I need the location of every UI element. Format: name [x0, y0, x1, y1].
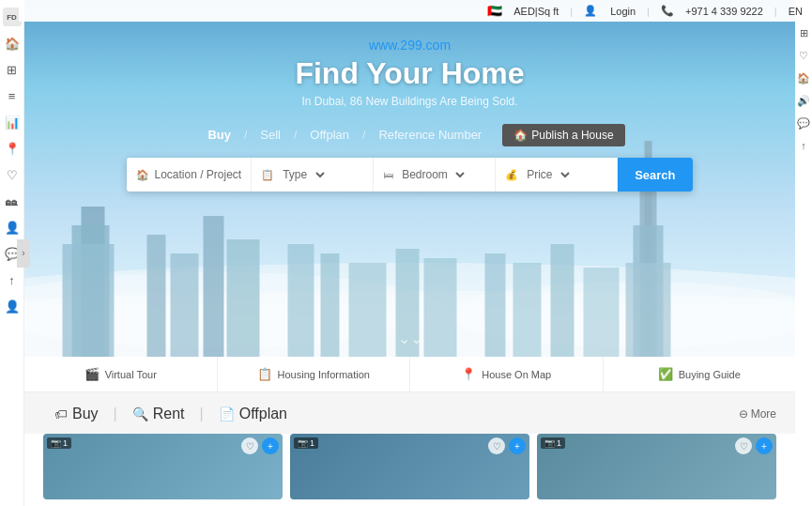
card3-heart-btn[interactable]: ♡ [735, 437, 752, 454]
location-field[interactable]: 🏠 Location / Project [127, 158, 252, 192]
home-publish-icon: 🏠 [513, 129, 528, 142]
offplan-tab-icon: 📄 [219, 406, 235, 422]
hero-subtitle: In Dubai, 86 New Buildings Are Being Sol… [301, 95, 517, 108]
camera2-icon: 📷 [298, 438, 308, 448]
card3-actions: ♡ + [735, 437, 773, 454]
right-sound-icon[interactable]: 🔊 [797, 94, 810, 107]
search-bar: 🏠 Location / Project 📋 Type 🛏 Bedroom 💰 … [127, 158, 692, 192]
sidebar-grid-icon[interactable]: ⊞ [3, 60, 22, 79]
sidebar-heart-icon[interactable]: ♡ [3, 165, 22, 184]
camera-icon: 📷 [51, 438, 61, 448]
sell-tab[interactable]: Sell [247, 123, 294, 146]
scroll-chevron[interactable]: ⌄⌄ [398, 330, 422, 347]
sidebar-location-icon[interactable]: 📍 [3, 139, 22, 158]
camera3-icon: 📷 [544, 438, 555, 448]
house-map-item[interactable]: 📍 House On Map [410, 357, 604, 391]
price-field[interactable]: 💰 Price [496, 158, 618, 192]
offplan-tab[interactable]: Offplan [297, 123, 362, 146]
property-card-2[interactable]: 📷 1 ♡ + [290, 434, 529, 499]
card2-actions: ♡ + [488, 437, 526, 454]
sidebar-user-icon[interactable]: 👤 [3, 218, 22, 237]
card2-plus-btn[interactable]: + [509, 437, 526, 454]
prop-sep2: | [200, 406, 204, 422]
svg-rect-14 [227, 239, 260, 357]
house-map-label: House On Map [482, 369, 551, 380]
svg-rect-20 [485, 253, 506, 357]
housing-info-icon: 📋 [257, 367, 272, 381]
card1-badge: 📷 1 [47, 437, 71, 449]
buy-tab-label: Buy [72, 406, 99, 422]
virtual-tour-label: Virtual Tour [105, 369, 157, 380]
svg-rect-10 [63, 244, 115, 357]
sidebar-home-icon[interactable]: 🏠 [3, 34, 22, 53]
sidebar-chart-icon[interactable]: 📊 [3, 113, 22, 131]
card1-actions: ♡ + [241, 437, 279, 454]
sidebar-up-icon[interactable]: ↑ [3, 270, 22, 289]
sidebar-profile-icon[interactable]: 👤 [3, 297, 22, 315]
svg-rect-23 [584, 268, 620, 357]
virtual-tour-item[interactable]: 🎬 Virtual Tour [24, 357, 218, 391]
card1-heart-btn[interactable]: ♡ [241, 437, 258, 454]
bedroom-field[interactable]: 🛏 Bedroom [374, 158, 496, 192]
topbar-sep2: | [647, 6, 650, 17]
property-card-1[interactable]: 📷 1 ♡ + [43, 434, 283, 499]
card1-plus-btn[interactable]: + [262, 437, 279, 454]
svg-rect-13 [204, 216, 224, 357]
svg-rect-22 [551, 244, 575, 357]
topbar-sep1: | [570, 6, 573, 17]
offplan-property-tab[interactable]: 📄 Offplan [207, 402, 299, 426]
price-icon: 💰 [505, 169, 518, 181]
reference-tab[interactable]: Reference Number [365, 123, 495, 146]
info-bar: 🎬 Virtual Tour 📋 Housing Information 📍 H… [24, 357, 795, 392]
price-select[interactable]: Price [523, 167, 573, 182]
offplan-tab-label: Offplan [239, 406, 287, 422]
bedroom-icon: 🛏 [383, 169, 393, 180]
sidebar-expand-toggle[interactable]: › [17, 239, 30, 268]
right-home-icon[interactable]: 🏠 [797, 71, 810, 84]
right-chat-icon[interactable]: 💬 [797, 116, 810, 130]
svg-rect-15 [288, 244, 314, 357]
hero-nav: Buy / Sell / Offplan / Reference Number … [194, 123, 624, 146]
buy-tab[interactable]: Buy [194, 123, 244, 146]
housing-info-label: Housing Information [278, 369, 370, 380]
type-icon: 📋 [261, 169, 274, 181]
svg-rect-19 [424, 258, 457, 357]
location-icon: 🏠 [136, 169, 149, 181]
top-bar: 🇦🇪 AED|Sq ft | 👤 Login | 📞 +971 4 339 92… [19, 0, 812, 22]
bedroom-select[interactable]: Bedroom [398, 167, 467, 182]
login-link[interactable]: Login [610, 6, 636, 17]
right-up-icon[interactable]: ↑ [797, 139, 810, 152]
right-grid-icon[interactable]: ⊞ [797, 26, 810, 39]
svg-rect-16 [321, 253, 340, 357]
rent-property-tab[interactable]: 🔍 Rent [121, 402, 196, 426]
type-field[interactable]: 📋 Type [252, 158, 374, 192]
buying-guide-label: Buying Guide [679, 369, 741, 380]
rent-tab-label: Rent [153, 406, 185, 422]
right-heart-icon[interactable]: ♡ [797, 49, 810, 62]
prop-sep1: | [114, 406, 117, 422]
card2-heart-btn[interactable]: ♡ [488, 437, 505, 454]
hero-title: Find Your Home [295, 56, 524, 91]
publish-button[interactable]: 🏠 Publish a House [502, 124, 624, 146]
buying-guide-item[interactable]: ✅ Buying Guide [604, 357, 796, 391]
location-placeholder: Location / Project [154, 168, 241, 181]
more-circle-icon: ⊖ [739, 407, 748, 421]
buy-property-tab[interactable]: 🏷 Buy [43, 402, 110, 426]
svg-rect-17 [349, 263, 387, 357]
buy-tab-icon: 🏷 [54, 406, 68, 422]
card2-badge: 📷 1 [294, 437, 318, 449]
sidebar-list-icon[interactable]: ≡ [3, 86, 22, 105]
language-label: EN [789, 6, 803, 17]
topbar-sep3: | [774, 6, 777, 17]
hero-section: www.299.com Find Your Home In Dubai, 86 … [24, 0, 795, 357]
card3-plus-btn[interactable]: + [756, 437, 773, 454]
property-cards-row: 📷 1 ♡ + 📷 1 ♡ + 📷 1 ♡ + [24, 434, 795, 499]
search-button[interactable]: Search [618, 158, 692, 192]
sidebar-building-icon[interactable]: 🏘 [3, 192, 22, 210]
housing-info-item[interactable]: 📋 Housing Information [218, 357, 411, 391]
svg-rect-11 [147, 235, 166, 357]
type-select[interactable]: Type [279, 167, 328, 182]
more-link[interactable]: ⊖ More [739, 407, 776, 421]
property-card-3[interactable]: 📷 1 ♡ + [537, 434, 776, 499]
card3-badge: 📷 1 [541, 437, 565, 449]
